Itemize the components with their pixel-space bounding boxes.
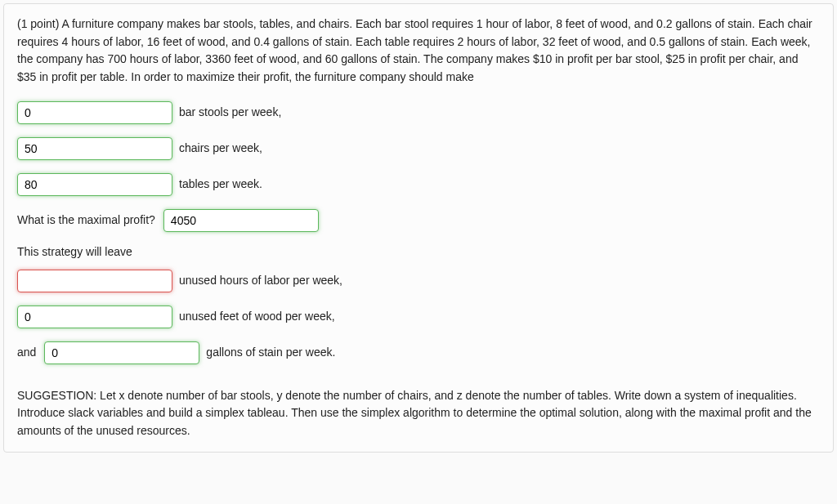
row-wood: unused feet of wood per week, <box>17 306 820 328</box>
stain-label: gallons of stain per week. <box>206 344 335 361</box>
question-stem: (1 point) A furniture company makes bar … <box>17 16 820 87</box>
chairs-input[interactable] <box>17 137 172 160</box>
row-chairs: chairs per week, <box>17 137 820 160</box>
row-profit: What is the maximal profit? <box>17 209 820 232</box>
bar-stools-input[interactable] <box>17 101 172 124</box>
labor-input[interactable] <box>17 270 172 292</box>
wood-label: unused feet of wood per week, <box>179 308 335 325</box>
question-container: (1 point) A furniture company makes bar … <box>3 3 834 453</box>
bar-stools-label: bar stools per week, <box>179 104 281 121</box>
row-labor: unused hours of labor per week, <box>17 270 820 292</box>
suggestion-text: SUGGESTION: Let x denote number of bar s… <box>17 387 820 440</box>
row-bar-stools: bar stools per week, <box>17 101 820 124</box>
row-stain: and gallons of stain per week. <box>17 341 820 364</box>
profit-input[interactable] <box>163 209 319 232</box>
chairs-label: chairs per week, <box>179 140 262 157</box>
row-tables: tables per week. <box>17 173 820 196</box>
tables-input[interactable] <box>17 173 172 196</box>
profit-lead: What is the maximal profit? <box>17 212 155 229</box>
stain-input[interactable] <box>44 341 199 364</box>
labor-label: unused hours of labor per week, <box>179 272 342 289</box>
leave-text: This strategy will leave <box>17 245 820 258</box>
wood-input[interactable] <box>17 306 172 328</box>
tables-label: tables per week. <box>179 176 262 193</box>
stain-lead: and <box>17 344 36 361</box>
